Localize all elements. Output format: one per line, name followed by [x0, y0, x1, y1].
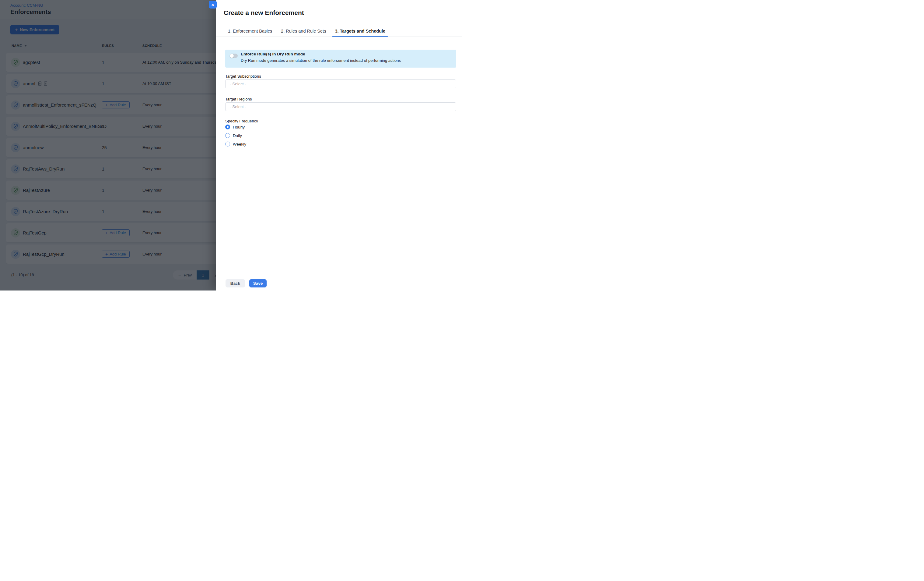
- frequency-option-hourly[interactable]: Hourly: [225, 124, 245, 129]
- wizard-tabs: 1. Enforcement Basics 2. Rules and Rule …: [216, 26, 462, 37]
- radio-button[interactable]: [225, 142, 230, 146]
- target-subscriptions-label: Target Subscriptions: [225, 74, 261, 79]
- back-button[interactable]: Back: [226, 279, 245, 288]
- target-regions-label: Target Regions: [225, 97, 252, 101]
- close-icon: ×: [211, 2, 214, 7]
- dry-run-info-box: Enforce Rule(s) in Dry Run mode Dry Run …: [225, 50, 456, 68]
- tab-enforcement-basics[interactable]: 1. Enforcement Basics: [226, 26, 274, 36]
- panel-content: Enforce Rule(s) in Dry Run mode Dry Run …: [225, 37, 456, 290]
- frequency-option-weekly[interactable]: Weekly: [225, 142, 246, 146]
- frequency-option-daily[interactable]: Daily: [225, 133, 242, 138]
- tab-rules-and-rule-sets[interactable]: 2. Rules and Rule Sets: [279, 26, 328, 36]
- toggle-knob: [230, 54, 234, 58]
- dry-run-description: Dry Run mode generates a simulation of t…: [241, 58, 401, 63]
- panel-title: Create a new Enforcement: [224, 9, 304, 17]
- save-button[interactable]: Save: [249, 279, 267, 288]
- create-enforcement-panel: × Create a new Enforcement 1. Enforcemen…: [216, 0, 462, 290]
- target-subscriptions-select[interactable]: [225, 79, 456, 88]
- radio-button[interactable]: [225, 133, 230, 138]
- dry-run-toggle[interactable]: [230, 54, 238, 58]
- tab-targets-and-schedule[interactable]: 3. Targets and Schedule: [332, 26, 388, 36]
- dry-run-title: Enforce Rule(s) in Dry Run mode: [241, 52, 305, 56]
- close-button[interactable]: ×: [209, 1, 217, 8]
- specify-frequency-label: Specify Frequency: [225, 119, 258, 123]
- target-regions-select[interactable]: [225, 102, 456, 111]
- radio-button-selected[interactable]: [225, 124, 230, 129]
